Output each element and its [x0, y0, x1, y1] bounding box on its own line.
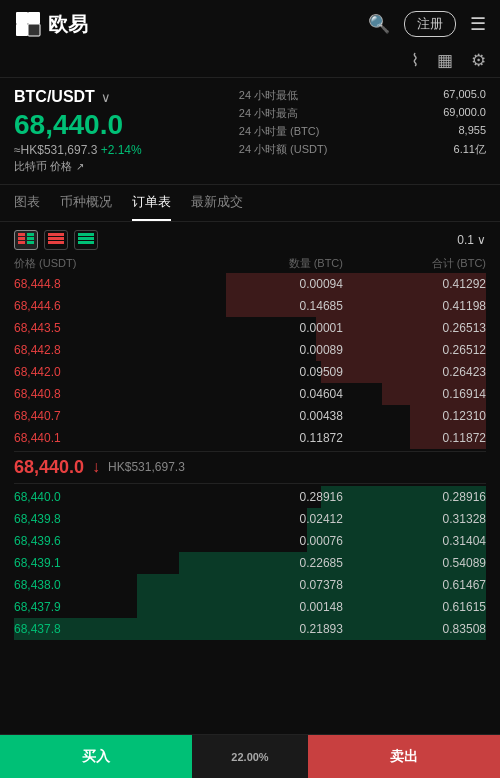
pair-chevron[interactable]: ∨ [101, 90, 111, 105]
svg-rect-1 [28, 12, 40, 24]
change-pct: +2.14% [101, 143, 142, 157]
pair-name[interactable]: BTC/USDT [14, 88, 95, 106]
price-left: BTC/USDT ∨ 68,440.0 ≈HK$531,697.3 +2.14%… [14, 88, 239, 174]
svg-rect-15 [78, 241, 94, 244]
buy-button[interactable]: 买入 [0, 735, 192, 778]
svg-rect-11 [48, 237, 64, 240]
svg-rect-13 [78, 233, 94, 236]
register-button[interactable]: 注册 [404, 11, 456, 37]
svg-rect-4 [18, 233, 25, 236]
ob-view-sells[interactable] [44, 230, 68, 250]
buy-row[interactable]: 68,437.9 0.00148 0.61615 [14, 596, 486, 618]
mid-price-row: 68,440.0 ↓ HK$531,697.3 [14, 451, 486, 484]
sell-rows: 68,444.8 0.00094 0.41292 68,444.6 0.1468… [14, 273, 486, 449]
sell-row[interactable]: 68,442.0 0.09509 0.26423 [14, 361, 486, 383]
coin-label: 比特币 价格 ↗ [14, 159, 239, 174]
sub-header: ⌇ ▦ ⚙ [0, 46, 500, 77]
svg-rect-6 [18, 241, 25, 244]
svg-rect-0 [16, 12, 28, 24]
ob-view-both[interactable] [14, 230, 38, 250]
tab-orderbook[interactable]: 订单表 [132, 193, 171, 221]
mid-price: 68,440.0 [14, 457, 84, 478]
search-icon[interactable]: 🔍 [368, 13, 390, 35]
stat-row-0: 24 小时最低 67,005.0 [239, 88, 486, 103]
svg-rect-2 [16, 24, 28, 36]
buy-row[interactable]: 68,437.8 0.21893 0.83508 [14, 618, 486, 640]
header: 欧易 🔍 注册 ☰ [0, 0, 500, 46]
header-icons: 🔍 注册 ☰ [368, 11, 486, 37]
buy-row[interactable]: 68,439.8 0.02412 0.31328 [14, 508, 486, 530]
svg-rect-12 [48, 241, 64, 244]
ob-view-buys[interactable] [74, 230, 98, 250]
sell-row[interactable]: 68,440.8 0.04604 0.16914 [14, 383, 486, 405]
tab-overview[interactable]: 币种概况 [60, 193, 112, 221]
ob-precision[interactable]: 0.1 ∨ [457, 233, 486, 247]
price-right: 24 小时最低 67,005.0 24 小时最高 69,000.0 24 小时量… [239, 88, 486, 174]
buy-rows: 68,440.0 0.28916 0.28916 68,439.8 0.0241… [14, 486, 486, 640]
sell-row[interactable]: 68,440.7 0.00438 0.12310 [14, 405, 486, 427]
hk-price: ≈HK$531,697.3 +2.14% [14, 143, 239, 157]
svg-rect-5 [18, 237, 25, 240]
sell-row[interactable]: 68,440.1 0.11872 0.11872 [14, 427, 486, 449]
menu-icon[interactable]: ☰ [470, 13, 486, 35]
ob-col-header: 价格 (USDT) 数量 (BTC) 合计 (BTC) [14, 256, 486, 271]
sell-button[interactable]: 卖出 [308, 735, 500, 778]
settings-icon[interactable]: ⚙ [471, 50, 486, 71]
precision-chevron: ∨ [477, 233, 486, 247]
buy-row[interactable]: 68,439.6 0.00076 0.31404 [14, 530, 486, 552]
sell-row[interactable]: 68,442.8 0.00089 0.26512 [14, 339, 486, 361]
sell-row[interactable]: 68,444.6 0.14685 0.41198 [14, 295, 486, 317]
tab-chart[interactable]: 图表 [14, 193, 40, 221]
stat-row-1: 24 小时最高 69,000.0 [239, 106, 486, 121]
mid-hk: HK$531,697.3 [108, 460, 185, 474]
ob-view-icons [14, 230, 98, 250]
sell-row[interactable]: 68,443.5 0.00001 0.26513 [14, 317, 486, 339]
external-link-icon[interactable]: ↗ [76, 161, 84, 172]
bottom-bar: 买入 22.00% 卖出 [0, 734, 500, 778]
mid-arrow-icon: ↓ [92, 458, 100, 476]
stat-row-2: 24 小时量 (BTC) 8,955 [239, 124, 486, 139]
grid-icon[interactable]: ▦ [437, 50, 453, 71]
logo-text: 欧易 [48, 11, 88, 38]
tab-trades[interactable]: 最新成交 [191, 193, 243, 221]
price-section: BTC/USDT ∨ 68,440.0 ≈HK$531,697.3 +2.14%… [0, 78, 500, 184]
orderbook-section: 0.1 ∨ 价格 (USDT) 数量 (BTC) 合计 (BTC) 68,444… [0, 222, 500, 640]
svg-rect-14 [78, 237, 94, 240]
chart-icon[interactable]: ⌇ [411, 50, 419, 71]
buy-row[interactable]: 68,440.0 0.28916 0.28916 [14, 486, 486, 508]
svg-rect-10 [48, 233, 64, 236]
svg-rect-7 [27, 233, 34, 236]
ob-toolbar: 0.1 ∨ [14, 230, 486, 250]
tabs: 图表 币种概况 订单表 最新成交 [0, 185, 500, 222]
stat-row-3: 24 小时额 (USDT) 6.11亿 [239, 142, 486, 157]
svg-rect-9 [27, 241, 34, 244]
pair-row: BTC/USDT ∨ [14, 88, 239, 106]
sell-row[interactable]: 68,444.8 0.00094 0.41292 [14, 273, 486, 295]
pct-label: 22.00% [192, 735, 307, 778]
svg-rect-8 [27, 237, 34, 240]
buy-row[interactable]: 68,438.0 0.07378 0.61467 [14, 574, 486, 596]
svg-rect-3 [28, 24, 40, 36]
logo[interactable]: 欧易 [14, 10, 88, 38]
buy-row[interactable]: 68,439.1 0.22685 0.54089 [14, 552, 486, 574]
main-price: 68,440.0 [14, 110, 239, 141]
